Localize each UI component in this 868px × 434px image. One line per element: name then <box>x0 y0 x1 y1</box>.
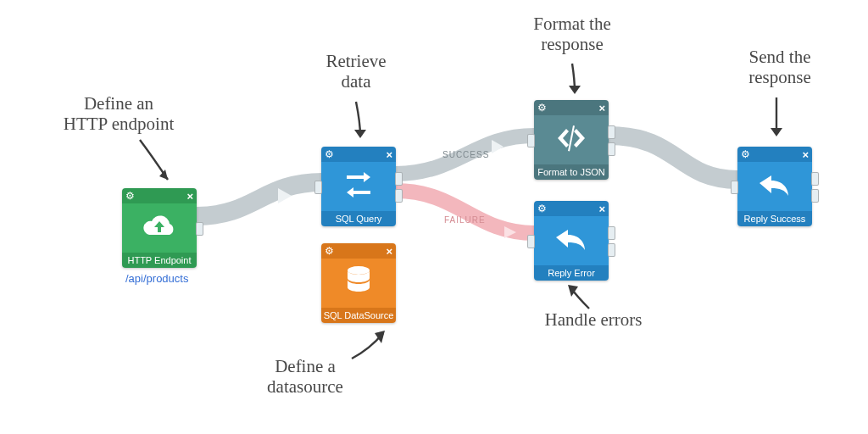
gear-icon[interactable]: ⚙ <box>325 245 334 257</box>
close-icon[interactable]: × <box>186 190 193 203</box>
gear-icon[interactable]: ⚙ <box>325 148 334 160</box>
gear-icon[interactable]: ⚙ <box>125 190 135 202</box>
node-title: SQL DataSource <box>321 308 396 323</box>
output-port[interactable] <box>608 125 615 139</box>
svg-marker-7 <box>771 128 782 136</box>
node-reply-success[interactable]: ⚙ × Reply Success <box>737 147 812 226</box>
node-format-json[interactable]: ⚙ × Format to JSON <box>534 100 609 180</box>
node-title: HTTP Endpoint <box>122 253 197 268</box>
svg-marker-6 <box>569 86 581 94</box>
svg-point-3 <box>348 266 370 275</box>
close-icon[interactable]: × <box>386 245 392 258</box>
arrow-icon <box>136 136 178 191</box>
output-port[interactable] <box>608 226 615 240</box>
node-title: Format to JSON <box>534 164 609 180</box>
output-port-failure[interactable] <box>395 189 403 203</box>
gear-icon[interactable]: ⚙ <box>537 102 547 114</box>
node-header: ⚙ × <box>321 147 396 162</box>
transfer-icon <box>342 170 376 203</box>
node-reply-error[interactable]: ⚙ × Reply Error <box>534 201 609 281</box>
annotation-fmt: Format the response <box>500 14 644 54</box>
node-header: ⚙ × <box>534 201 609 216</box>
annotation-ok: Send the response <box>712 47 848 87</box>
edge-label-success: SUCCESS <box>442 151 489 159</box>
svg-marker-5 <box>354 130 366 138</box>
node-subtitle: /api/products <box>125 273 188 284</box>
node-header: ⚙ × <box>737 147 812 162</box>
code-icon <box>554 124 588 156</box>
node-header: ⚙ × <box>321 243 396 259</box>
annotation-http: Define an HTTP endpoint <box>42 93 195 134</box>
cloud-download-icon <box>142 212 177 244</box>
input-port[interactable] <box>527 134 535 147</box>
gear-icon[interactable]: ⚙ <box>741 148 750 160</box>
close-icon[interactable]: × <box>386 148 392 161</box>
reply-icon <box>758 170 792 203</box>
node-title: Reply Success <box>737 211 812 226</box>
output-port[interactable] <box>811 189 819 203</box>
node-sql-query[interactable]: ⚙ × SQL Query <box>321 147 396 226</box>
output-port-success[interactable] <box>395 172 403 186</box>
output-port[interactable] <box>196 222 203 236</box>
arrow-icon <box>348 326 394 364</box>
arrow-icon <box>761 93 795 142</box>
output-port[interactable] <box>608 243 615 257</box>
node-http-endpoint[interactable]: ⚙ × HTTP Endpoint <box>122 188 197 268</box>
node-sql-datasource[interactable]: ⚙ × SQL DataSource <box>321 243 396 323</box>
input-port[interactable] <box>314 181 322 194</box>
close-icon[interactable]: × <box>598 203 605 215</box>
output-port[interactable] <box>608 142 615 156</box>
output-port[interactable] <box>811 172 819 186</box>
close-icon[interactable]: × <box>802 148 809 161</box>
input-port[interactable] <box>731 181 738 194</box>
edge-label-failure: FAILURE <box>444 216 486 225</box>
node-title: Reply Error <box>534 265 609 281</box>
arrow-icon <box>559 281 602 315</box>
svg-marker-4 <box>159 170 168 180</box>
annotation-sql: Retrieve data <box>288 51 424 92</box>
node-header: ⚙ × <box>534 100 609 115</box>
node-title: SQL Query <box>321 211 396 226</box>
gear-icon[interactable]: ⚙ <box>537 203 547 214</box>
reply-icon <box>554 225 588 257</box>
database-icon <box>344 264 373 302</box>
arrow-icon <box>559 59 593 100</box>
close-icon[interactable]: × <box>598 102 605 114</box>
input-port[interactable] <box>527 235 535 248</box>
arrow-icon <box>343 97 377 144</box>
